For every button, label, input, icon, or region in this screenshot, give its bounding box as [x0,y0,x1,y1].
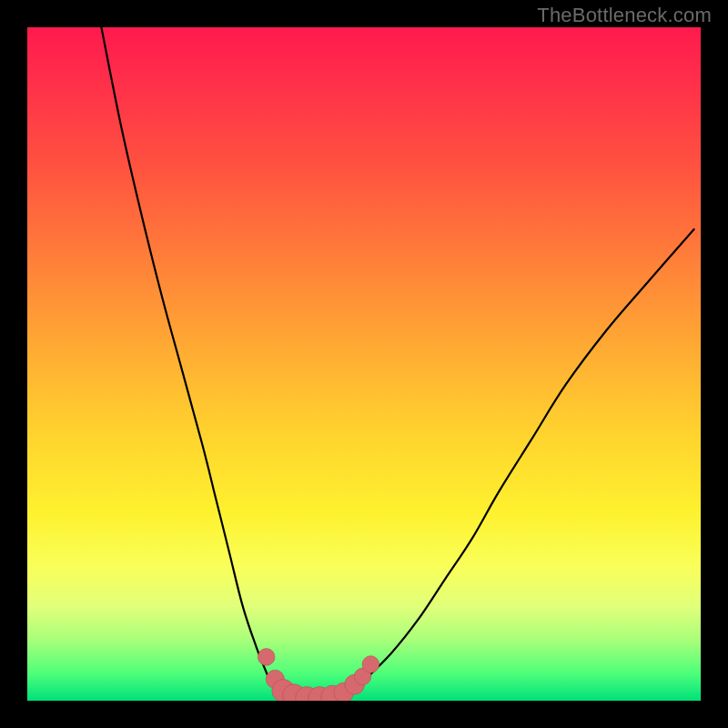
curve-svg [27,27,701,701]
curve-marker [362,656,379,673]
curve-markers [258,649,379,701]
plot-area [27,27,701,701]
watermark-text: TheBottleneck.com [537,4,712,27]
curve-marker [258,649,275,666]
bottleneck-curve [101,27,693,699]
chart-frame: TheBottleneck.com [0,0,728,728]
